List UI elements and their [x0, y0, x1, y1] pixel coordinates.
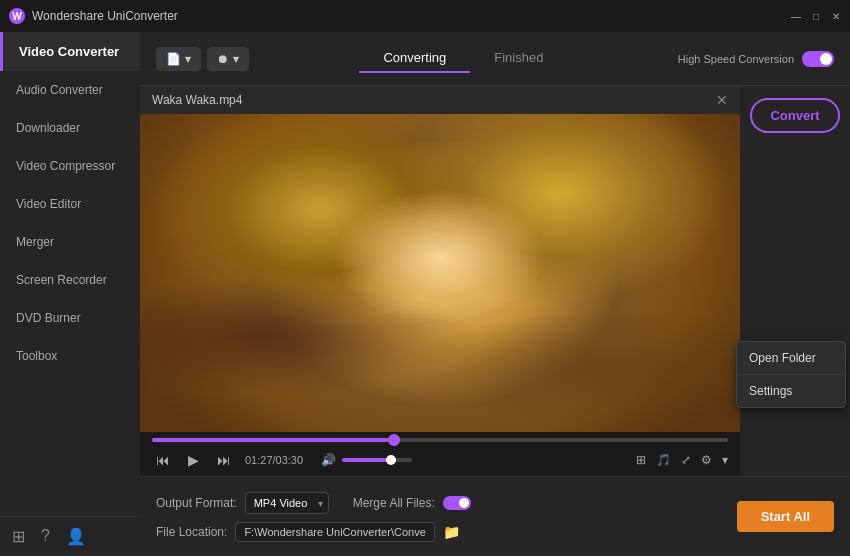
merge-all-label: Merge All Files:: [353, 496, 435, 510]
video-close-button[interactable]: ✕: [716, 92, 728, 108]
sidebar-item-dvd-burner[interactable]: DVD Burner: [0, 299, 140, 337]
main-content: 📄▾ ⏺▾ Converting Finished High Speed Con…: [140, 32, 850, 556]
chevron-down-icon[interactable]: ▾: [722, 453, 728, 467]
volume-area: 🔊: [321, 453, 412, 467]
add-file-button[interactable]: 📄▾: [156, 47, 201, 71]
video-area: Waka Waka.mp4 ✕ ⏮ ▶ ⏭ 01:27/03:30: [140, 86, 850, 476]
progress-thumb: [388, 434, 400, 446]
sidebar: Video Converter Audio Converter Download…: [0, 32, 140, 556]
play-button[interactable]: ▶: [184, 450, 203, 470]
volume-thumb: [386, 455, 396, 465]
video-still: [140, 114, 740, 432]
tab-group: Converting Finished: [261, 44, 666, 73]
context-open-folder[interactable]: Open Folder: [737, 342, 845, 375]
profile-icon[interactable]: 👤: [66, 527, 86, 546]
settings-icon[interactable]: ⚙: [701, 453, 712, 467]
sidebar-item-video-editor[interactable]: Video Editor: [0, 185, 140, 223]
right-panel: Convert Open Folder Settings: [740, 86, 850, 476]
app-logo: W: [8, 7, 26, 25]
fullscreen-icon[interactable]: ⤢: [681, 453, 691, 467]
help-icon[interactable]: ?: [41, 527, 50, 546]
video-preview: [140, 114, 740, 432]
context-settings[interactable]: Settings: [737, 375, 845, 407]
volume-bar[interactable]: [342, 458, 412, 462]
video-panel: Waka Waka.mp4 ✕ ⏮ ▶ ⏭ 01:27/03:30: [140, 86, 740, 476]
volume-icon[interactable]: 🔊: [321, 453, 336, 467]
format-select[interactable]: MP4 Video AVI MOV MKV: [245, 492, 329, 514]
step-forward-button[interactable]: ⏭: [213, 450, 235, 470]
bottom-fields: Output Format: MP4 Video AVI MOV MKV Mer…: [156, 492, 471, 542]
convert-button[interactable]: Convert: [750, 98, 839, 133]
sidebar-item-toolbox[interactable]: Toolbox: [0, 337, 140, 375]
title-bar: W Wondershare UniConverter — □ ✕: [0, 0, 850, 32]
sidebar-item-downloader[interactable]: Downloader: [0, 109, 140, 147]
high-speed-toggle[interactable]: [802, 51, 834, 67]
playback-controls: ⏮ ▶ ⏭ 01:27/03:30 🔊 ⊞: [152, 450, 728, 470]
context-menu: Open Folder Settings: [736, 341, 846, 408]
format-select-wrapper: MP4 Video AVI MOV MKV: [245, 492, 329, 514]
sidebar-bottom: ⊞ ? 👤: [0, 516, 140, 556]
video-controls: ⏮ ▶ ⏭ 01:27/03:30 🔊 ⊞: [140, 432, 740, 476]
start-all-button[interactable]: Start All: [737, 501, 834, 532]
bottom-right: Start All: [737, 501, 834, 532]
bookmarks-icon[interactable]: ⊞: [12, 527, 25, 546]
app-body: Video Converter Audio Converter Download…: [0, 32, 850, 556]
add-folder-icon: ⏺: [217, 52, 229, 66]
minimize-button[interactable]: —: [790, 10, 802, 22]
file-path-input[interactable]: [235, 522, 435, 542]
sidebar-item-video-compressor[interactable]: Video Compressor: [0, 147, 140, 185]
bottom-bar: Output Format: MP4 Video AVI MOV MKV Mer…: [140, 476, 850, 556]
crop-icon[interactable]: ⊞: [636, 453, 646, 467]
svg-text:W: W: [12, 11, 22, 22]
add-file-icon: 📄: [166, 52, 181, 66]
file-location-field: File Location: 📁: [156, 522, 471, 542]
video-filename: Waka Waka.mp4: [152, 93, 242, 107]
toolbar: 📄▾ ⏺▾ Converting Finished High Speed Con…: [140, 32, 850, 86]
window-controls: — □ ✕: [790, 10, 842, 22]
step-back-button[interactable]: ⏮: [152, 450, 174, 470]
time-display: 01:27/03:30: [245, 454, 303, 466]
output-format-field: Output Format: MP4 Video AVI MOV MKV Mer…: [156, 492, 471, 514]
file-location-label: File Location:: [156, 525, 227, 539]
add-buttons: 📄▾ ⏺▾: [156, 47, 249, 71]
audio-track-icon[interactable]: 🎵: [656, 453, 671, 467]
video-header: Waka Waka.mp4 ✕: [140, 86, 740, 114]
high-speed-label: High Speed Conversion: [678, 53, 794, 65]
progress-bar[interactable]: [152, 438, 728, 442]
sidebar-item-merger[interactable]: Merger: [0, 223, 140, 261]
sidebar-item-screen-recorder[interactable]: Screen Recorder: [0, 261, 140, 299]
toolbar-right: High Speed Conversion: [678, 51, 834, 67]
app-title: Wondershare UniConverter: [32, 9, 790, 23]
close-button[interactable]: ✕: [830, 10, 842, 22]
volume-fill: [342, 458, 391, 462]
sidebar-item-video-converter[interactable]: Video Converter: [0, 32, 140, 71]
progress-fill: [152, 438, 394, 442]
browse-folder-button[interactable]: 📁: [443, 524, 460, 540]
maximize-button[interactable]: □: [810, 10, 822, 22]
add-folder-button[interactable]: ⏺▾: [207, 47, 249, 71]
tab-finished[interactable]: Finished: [470, 44, 567, 73]
sidebar-item-audio-converter[interactable]: Audio Converter: [0, 71, 140, 109]
tab-converting[interactable]: Converting: [359, 44, 470, 73]
merge-all-toggle[interactable]: [443, 496, 471, 510]
output-format-label: Output Format:: [156, 496, 237, 510]
